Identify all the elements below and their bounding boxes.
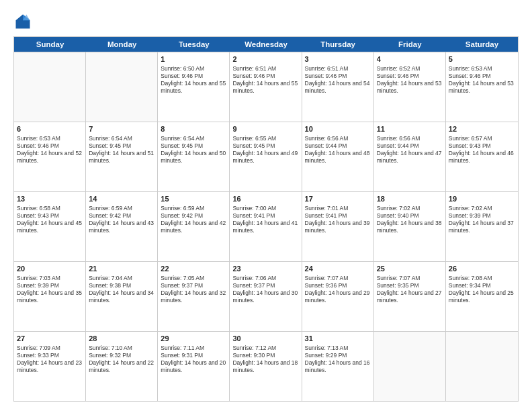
- calendar-row-1: 6Sunrise: 6:53 AM Sunset: 9:46 PM Daylig…: [14, 122, 518, 191]
- day-number: 10: [305, 124, 371, 134]
- calendar-cell: 25Sunrise: 7:07 AM Sunset: 9:35 PM Dayli…: [374, 262, 446, 331]
- calendar-cell: 22Sunrise: 7:05 AM Sunset: 9:37 PM Dayli…: [158, 262, 230, 331]
- header-day-sunday: Sunday: [14, 37, 86, 52]
- day-number: 17: [305, 194, 371, 204]
- cell-info: Sunrise: 6:59 AM Sunset: 9:42 PM Dayligh…: [161, 205, 226, 234]
- header-day-thursday: Thursday: [302, 37, 374, 52]
- day-number: 9: [232, 124, 298, 134]
- cell-info: Sunrise: 7:12 AM Sunset: 9:30 PM Dayligh…: [232, 345, 298, 374]
- calendar-cell: [374, 332, 446, 401]
- calendar-cell: 31Sunrise: 7:13 AM Sunset: 9:29 PM Dayli…: [302, 332, 374, 401]
- calendar-row-3: 20Sunrise: 7:03 AM Sunset: 9:39 PM Dayli…: [14, 261, 518, 331]
- day-number: 31: [305, 334, 371, 344]
- cell-info: Sunrise: 6:55 AM Sunset: 9:45 PM Dayligh…: [232, 135, 298, 165]
- calendar-cell: 16Sunrise: 7:00 AM Sunset: 9:41 PM Dayli…: [230, 192, 302, 261]
- cell-info: Sunrise: 6:53 AM Sunset: 9:46 PM Dayligh…: [17, 135, 83, 165]
- cell-info: Sunrise: 7:01 AM Sunset: 9:41 PM Dayligh…: [305, 205, 371, 234]
- calendar-cell: 18Sunrise: 7:02 AM Sunset: 9:40 PM Dayli…: [374, 192, 446, 261]
- cell-info: Sunrise: 6:51 AM Sunset: 9:46 PM Dayligh…: [305, 65, 371, 95]
- calendar-cell: 10Sunrise: 6:56 AM Sunset: 9:44 PM Dayli…: [302, 122, 374, 191]
- cell-info: Sunrise: 6:58 AM Sunset: 9:43 PM Dayligh…: [17, 205, 83, 234]
- calendar-cell: 23Sunrise: 7:06 AM Sunset: 9:37 PM Dayli…: [230, 262, 302, 331]
- day-number: 12: [449, 124, 515, 134]
- calendar-cell: 15Sunrise: 6:59 AM Sunset: 9:42 PM Dayli…: [158, 192, 230, 261]
- cell-info: Sunrise: 6:53 AM Sunset: 9:46 PM Dayligh…: [449, 65, 515, 95]
- day-number: 7: [89, 124, 154, 134]
- day-number: 2: [232, 54, 298, 64]
- day-number: 18: [377, 194, 443, 204]
- calendar-cell: 27Sunrise: 7:09 AM Sunset: 9:33 PM Dayli…: [14, 332, 86, 401]
- cell-info: Sunrise: 6:52 AM Sunset: 9:46 PM Dayligh…: [377, 65, 443, 95]
- day-number: 22: [161, 264, 226, 274]
- cell-info: Sunrise: 7:13 AM Sunset: 9:29 PM Dayligh…: [305, 345, 371, 374]
- calendar-cell: 1Sunrise: 6:50 AM Sunset: 9:46 PM Daylig…: [158, 52, 230, 122]
- cell-info: Sunrise: 7:08 AM Sunset: 9:34 PM Dayligh…: [449, 275, 515, 304]
- calendar-cell: 28Sunrise: 7:10 AM Sunset: 9:32 PM Dayli…: [86, 332, 158, 401]
- calendar-cell: 7Sunrise: 6:54 AM Sunset: 9:45 PM Daylig…: [86, 122, 158, 191]
- calendar: SundayMondayTuesdayWednesdayThursdayFrid…: [13, 36, 519, 402]
- header-day-friday: Friday: [374, 37, 446, 52]
- calendar-cell: 4Sunrise: 6:52 AM Sunset: 9:46 PM Daylig…: [374, 52, 446, 122]
- day-number: 26: [449, 264, 515, 274]
- calendar-cell: 12Sunrise: 6:57 AM Sunset: 9:43 PM Dayli…: [446, 122, 518, 191]
- day-number: 30: [232, 334, 298, 344]
- calendar-cell: 14Sunrise: 6:59 AM Sunset: 9:42 PM Dayli…: [86, 192, 158, 261]
- cell-info: Sunrise: 6:54 AM Sunset: 9:45 PM Dayligh…: [89, 135, 154, 165]
- calendar-cell: 13Sunrise: 6:58 AM Sunset: 9:43 PM Dayli…: [14, 192, 86, 261]
- cell-info: Sunrise: 6:50 AM Sunset: 9:46 PM Dayligh…: [161, 65, 226, 95]
- cell-info: Sunrise: 7:05 AM Sunset: 9:37 PM Dayligh…: [161, 275, 226, 304]
- header-day-saturday: Saturday: [446, 37, 518, 52]
- day-number: 8: [161, 124, 226, 134]
- cell-info: Sunrise: 7:10 AM Sunset: 9:32 PM Dayligh…: [89, 345, 154, 374]
- cell-info: Sunrise: 7:03 AM Sunset: 9:39 PM Dayligh…: [17, 275, 83, 304]
- header-day-monday: Monday: [86, 37, 158, 52]
- calendar-cell: 5Sunrise: 6:53 AM Sunset: 9:46 PM Daylig…: [446, 52, 518, 122]
- calendar-row-2: 13Sunrise: 6:58 AM Sunset: 9:43 PM Dayli…: [14, 191, 518, 261]
- day-number: 25: [377, 264, 443, 274]
- calendar-cell: 11Sunrise: 6:56 AM Sunset: 9:44 PM Dayli…: [374, 122, 446, 191]
- calendar-cell: 30Sunrise: 7:12 AM Sunset: 9:30 PM Dayli…: [230, 332, 302, 401]
- calendar-cell: 2Sunrise: 6:51 AM Sunset: 9:46 PM Daylig…: [230, 52, 302, 122]
- day-number: 3: [305, 54, 371, 64]
- calendar-header: SundayMondayTuesdayWednesdayThursdayFrid…: [14, 37, 518, 52]
- day-number: 15: [161, 194, 226, 204]
- day-number: 23: [232, 264, 298, 274]
- cell-info: Sunrise: 6:54 AM Sunset: 9:45 PM Dayligh…: [161, 135, 226, 165]
- day-number: 24: [305, 264, 371, 274]
- page: SundayMondayTuesdayWednesdayThursdayFrid…: [0, 0, 532, 411]
- header: [13, 12, 519, 31]
- calendar-cell: 9Sunrise: 6:55 AM Sunset: 9:45 PM Daylig…: [230, 122, 302, 191]
- day-number: 6: [17, 124, 83, 134]
- header-day-wednesday: Wednesday: [230, 37, 302, 52]
- calendar-cell: 17Sunrise: 7:01 AM Sunset: 9:41 PM Dayli…: [302, 192, 374, 261]
- day-number: 4: [377, 54, 443, 64]
- cell-info: Sunrise: 6:56 AM Sunset: 9:44 PM Dayligh…: [377, 135, 443, 165]
- calendar-cell: 24Sunrise: 7:07 AM Sunset: 9:36 PM Dayli…: [302, 262, 374, 331]
- calendar-cell: [14, 52, 86, 122]
- calendar-body: 1Sunrise: 6:50 AM Sunset: 9:46 PM Daylig…: [14, 52, 518, 401]
- day-number: 11: [377, 124, 443, 134]
- cell-info: Sunrise: 7:07 AM Sunset: 9:36 PM Dayligh…: [305, 275, 371, 304]
- cell-info: Sunrise: 7:00 AM Sunset: 9:41 PM Dayligh…: [232, 205, 298, 234]
- calendar-cell: 26Sunrise: 7:08 AM Sunset: 9:34 PM Dayli…: [446, 262, 518, 331]
- calendar-cell: 29Sunrise: 7:11 AM Sunset: 9:31 PM Dayli…: [158, 332, 230, 401]
- cell-info: Sunrise: 7:07 AM Sunset: 9:35 PM Dayligh…: [377, 275, 443, 304]
- cell-info: Sunrise: 6:57 AM Sunset: 9:43 PM Dayligh…: [449, 135, 515, 165]
- cell-info: Sunrise: 7:09 AM Sunset: 9:33 PM Dayligh…: [17, 345, 83, 374]
- header-day-tuesday: Tuesday: [158, 37, 230, 52]
- calendar-row-4: 27Sunrise: 7:09 AM Sunset: 9:33 PM Dayli…: [14, 331, 518, 401]
- cell-info: Sunrise: 6:56 AM Sunset: 9:44 PM Dayligh…: [305, 135, 371, 165]
- cell-info: Sunrise: 6:51 AM Sunset: 9:46 PM Dayligh…: [232, 65, 298, 95]
- cell-info: Sunrise: 7:04 AM Sunset: 9:38 PM Dayligh…: [89, 275, 154, 304]
- day-number: 20: [17, 264, 83, 274]
- calendar-cell: [86, 52, 158, 122]
- calendar-cell: 3Sunrise: 6:51 AM Sunset: 9:46 PM Daylig…: [302, 52, 374, 122]
- day-number: 21: [89, 264, 154, 274]
- day-number: 16: [232, 194, 298, 204]
- day-number: 28: [89, 334, 154, 344]
- day-number: 1: [161, 54, 226, 64]
- calendar-cell: [446, 332, 518, 401]
- day-number: 5: [449, 54, 515, 64]
- calendar-row-0: 1Sunrise: 6:50 AM Sunset: 9:46 PM Daylig…: [14, 52, 518, 122]
- cell-info: Sunrise: 7:11 AM Sunset: 9:31 PM Dayligh…: [161, 345, 226, 374]
